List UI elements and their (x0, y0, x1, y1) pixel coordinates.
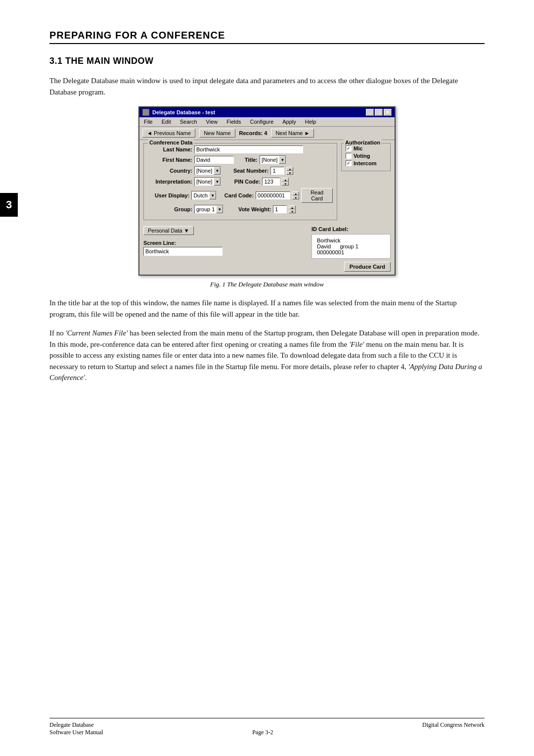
title-select[interactable]: [None] ▼ (260, 155, 286, 164)
id-card-line1: Borthwick (317, 237, 385, 243)
card-code-input[interactable] (256, 191, 290, 199)
fig-caption-text: Fig. 1 The Delegate Database main window (210, 281, 324, 288)
id-card-line3: 000000001 (317, 249, 385, 255)
screen-line-label: Screen Line: (143, 240, 307, 246)
footer-manual: Software User Manual (49, 729, 103, 736)
interpretation-label: Interpretation: (148, 179, 192, 185)
voting-label: Voting (354, 153, 370, 159)
menu-edit[interactable]: Edit (160, 118, 173, 125)
mic-checkbox[interactable]: ✓ (346, 145, 352, 151)
seat-number-input[interactable] (270, 167, 284, 175)
section-heading: PREPARING FOR A CONFERENCE (49, 30, 485, 44)
body1-text: The Delegate Database main window is use… (49, 77, 458, 96)
user-display-value: Dutch (192, 192, 209, 199)
last-name-label: Last Name: (148, 146, 192, 152)
menu-file[interactable]: File (142, 118, 154, 125)
prev-btn-label: ◄ Previous Name (147, 130, 191, 136)
first-name-label: First Name: (148, 157, 192, 163)
maximize-button[interactable]: □ (375, 109, 383, 116)
next-name-button[interactable]: Next Name ► (271, 129, 314, 138)
title-bar: Delegate Database - test _ □ ✕ (139, 107, 395, 117)
menu-help[interactable]: Help (304, 118, 318, 125)
last-name-input[interactable] (194, 145, 303, 153)
card-spinner-up[interactable]: ▲ (292, 191, 299, 195)
country-dropdown-arrow[interactable]: ▼ (214, 167, 221, 175)
voting-checkbox[interactable] (346, 153, 352, 159)
vote-spinner-up[interactable]: ▲ (289, 205, 296, 209)
menu-search[interactable]: Search (178, 118, 199, 125)
mic-label: Mic (354, 145, 362, 151)
pin-code-label: PIN Code: (228, 179, 260, 185)
seat-number-spinner[interactable]: ▲ ▼ (286, 167, 293, 175)
title-label: Title: (240, 157, 258, 163)
vote-spinner-down[interactable]: ▼ (289, 209, 296, 213)
pin-spinner-down[interactable]: ▼ (282, 182, 289, 186)
dialog-body: Conference Data Last Name: First Name: T… (139, 140, 395, 275)
read-card-button[interactable]: Read Card (301, 188, 333, 203)
conference-data-group: Conference Data Last Name: First Name: T… (143, 143, 337, 220)
footer-right: Digital Congress Network (422, 721, 485, 729)
footer-center: Page 3-2 (252, 729, 273, 736)
country-select[interactable]: [None] ▼ (194, 166, 221, 175)
menu-apply[interactable]: Apply (281, 118, 298, 125)
seat-spinner-up[interactable]: ▲ (286, 167, 293, 171)
group-label: Group: (148, 206, 192, 212)
intercom-row: ✓ Intercom (346, 160, 386, 166)
group-dropdown-arrow[interactable]: ▼ (216, 205, 223, 213)
personal-data-button[interactable]: Personal Data ▼ (143, 226, 194, 235)
window-controls[interactable]: _ □ ✕ (366, 109, 392, 116)
mic-row: ✓ Mic (346, 145, 386, 151)
screen-line-section: Screen Line: (143, 240, 307, 256)
interpretation-row: Interpretation: [None] ▼ PIN Code: ▲ ▼ (148, 177, 333, 186)
personal-data-row: Personal Data ▼ (143, 226, 307, 235)
group-value: group 1 (195, 206, 216, 213)
body3-after-italic3: . (85, 374, 87, 381)
interpretation-select[interactable]: [None] ▼ (194, 177, 221, 186)
country-row: Country: [None] ▼ Seat Number: ▲ ▼ (148, 166, 333, 175)
vote-weight-input[interactable] (273, 205, 287, 213)
screen-line-input[interactable] (143, 247, 222, 256)
user-display-select[interactable]: Dutch ▼ (191, 191, 217, 200)
card-spinner-down[interactable]: ▼ (292, 195, 299, 199)
produce-card-button[interactable]: Produce Card (344, 262, 391, 272)
close-button[interactable]: ✕ (384, 109, 392, 116)
first-name-row: First Name: Title: [None] ▼ (148, 155, 333, 164)
user-display-dropdown-arrow[interactable]: ▼ (209, 191, 216, 199)
card-code-spinner[interactable]: ▲ ▼ (292, 191, 299, 199)
intercom-checkbox[interactable]: ✓ (346, 160, 352, 166)
body2-text: In the title bar at the top of this wind… (49, 299, 457, 318)
intercom-label: Intercom (354, 160, 376, 166)
first-name-input[interactable] (194, 156, 234, 164)
id-card-label: ID Card Label: (312, 226, 391, 232)
new-name-button[interactable]: New Name (199, 129, 235, 138)
footer-product: Delegate Database (49, 721, 103, 729)
group-select[interactable]: group 1 ▼ (194, 205, 223, 214)
dialog-title: Delegate Database - test (152, 109, 215, 115)
menu-view[interactable]: View (205, 118, 220, 125)
authorization-group: Authorization ✓ Mic Voting ✓ Intercom (341, 143, 391, 171)
vote-weight-spinner[interactable]: ▲ ▼ (289, 205, 296, 213)
body3-italic1: 'Current Names File' (66, 329, 128, 337)
seat-spinner-down[interactable]: ▼ (286, 171, 293, 175)
pin-code-input[interactable] (262, 178, 280, 186)
title-dropdown-arrow[interactable]: ▼ (279, 156, 286, 164)
figure-caption: Fig. 1 The Delegate Database main window (49, 281, 485, 288)
menu-bar: File Edit Search View Fields Configure A… (139, 117, 395, 127)
interpretation-dropdown-arrow[interactable]: ▼ (214, 178, 221, 186)
title-value: [None] (260, 156, 279, 163)
menu-fields[interactable]: Fields (225, 118, 242, 125)
menu-configure[interactable]: Configure (249, 118, 275, 125)
seat-number-label: Seat Number: (228, 168, 268, 174)
minimize-button[interactable]: _ (366, 109, 374, 116)
titlebar-left: Delegate Database - test (142, 109, 215, 116)
conference-data-section: Conference Data Last Name: First Name: T… (143, 143, 337, 223)
subsection-text: 3.1 THE MAIN WINDOW (49, 56, 154, 66)
id-card-line2: David group 1 (317, 243, 385, 249)
pin-spinner-up[interactable]: ▲ (282, 178, 289, 182)
previous-name-button[interactable]: ◄ Previous Name (142, 129, 195, 138)
pin-spinner[interactable]: ▲ ▼ (282, 178, 289, 186)
page-footer: Delegate Database Software User Manual P… (49, 718, 485, 736)
user-display-row: User Display: Dutch ▼ Card Code: ▲ ▼ (148, 188, 333, 203)
toolbar: ◄ Previous Name New Name Records: 4 Next… (139, 127, 395, 140)
page: 3 PREPARING FOR A CONFERENCE 3.1 THE MAI… (0, 0, 534, 756)
